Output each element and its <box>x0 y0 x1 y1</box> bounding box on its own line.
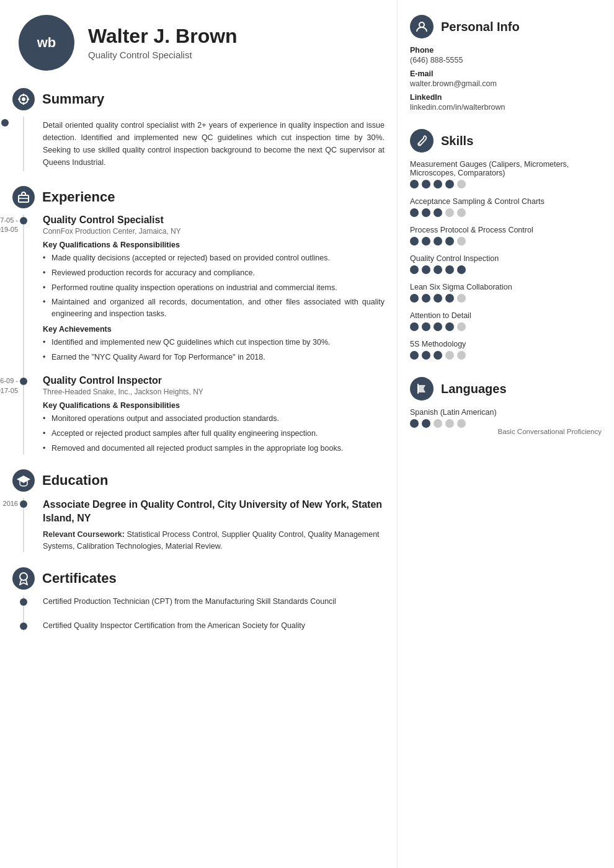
job-qualifications-2: Monitored operations output and associat… <box>43 413 385 454</box>
dot-filled <box>410 265 419 274</box>
education-section: Education 2016 Associate Degree in Quali… <box>12 469 385 552</box>
svg-point-11 <box>419 144 420 145</box>
linkedin-value: linkedin.com/in/walterbrown <box>410 103 602 112</box>
languages-icon <box>410 377 434 401</box>
dot-filled <box>410 237 419 246</box>
skill-name: Measurement Gauges (Calipers, Micrometer… <box>410 160 602 177</box>
language-name: Spanish (Latin American) <box>410 408 602 417</box>
phone-value: (646) 888-5555 <box>410 56 602 64</box>
experience-section: Experience 2017-05 -2019-05 Quality Cont… <box>12 186 385 454</box>
skills-title: Skills <box>441 134 473 148</box>
avatar-initials: wb <box>37 35 56 51</box>
education-header: Education <box>12 469 385 492</box>
skill-dots <box>410 237 602 246</box>
dot-filled <box>422 180 430 188</box>
dot-filled <box>410 351 419 360</box>
dot-filled <box>434 265 442 274</box>
language-level: Basic Conversational Proficiency <box>410 428 602 435</box>
job-qual-label-1: Key Qualifications & Responsibilities <box>43 241 385 249</box>
skill-dots <box>410 208 602 217</box>
education-title: Education <box>42 472 108 489</box>
dot-filled <box>434 208 442 217</box>
qual-item: Monitored operations output and associat… <box>43 413 385 425</box>
summary-header: Summary <box>12 88 385 110</box>
summary-icon <box>12 88 35 110</box>
phone-label: Phone <box>410 46 602 55</box>
skill-dots <box>410 265 602 274</box>
personal-info-section: Personal Info Phone (646) 888-5555 E-mai… <box>410 15 602 112</box>
skill-name: Lean Six Sigma Collaboration <box>410 283 602 291</box>
job-achievements-1: Identified and implemented new QC guidel… <box>43 337 385 363</box>
dot-filled <box>422 208 430 217</box>
skill-item: Acceptance Sampling & Control Charts <box>410 197 602 217</box>
cert-item-2: Certified Quality Inspector Certificatio… <box>43 620 385 632</box>
dot-filled <box>422 294 430 303</box>
dot-filled <box>410 208 419 217</box>
dot-filled <box>422 322 430 331</box>
skills-list: Measurement Gauges (Calipers, Micrometer… <box>410 160 602 360</box>
achiev-item: Earned the "NYC Quality Award for Top Pe… <box>43 352 385 363</box>
skills-header: Skills <box>410 129 602 153</box>
qual-item: Removed and documented all rejected prod… <box>43 443 385 454</box>
education-icon <box>12 469 35 492</box>
svg-point-10 <box>419 22 424 27</box>
cert-text-2: Certified Quality Inspector Certificatio… <box>43 620 385 632</box>
candidate-name: Walter J. Brown <box>88 25 238 47</box>
experience-header: Experience <box>12 186 385 208</box>
skill-item: Quality Control Inspection <box>410 254 602 274</box>
languages-list: Spanish (Latin American)Basic Conversati… <box>410 408 602 435</box>
skill-name: Acceptance Sampling & Control Charts <box>410 197 602 206</box>
language-item: Spanish (Latin American)Basic Conversati… <box>410 408 602 435</box>
qual-item: Performed routine quality inspection ope… <box>43 282 385 294</box>
dot-filled <box>457 265 466 274</box>
dot-empty <box>457 322 466 331</box>
skills-section: Skills Measurement Gauges (Calipers, Mic… <box>410 129 602 360</box>
svg-point-9 <box>20 573 27 580</box>
personal-info-title: Personal Info <box>441 20 520 34</box>
dot-filled <box>445 180 454 188</box>
languages-header: Languages <box>410 377 602 401</box>
dot-filled <box>422 419 430 428</box>
skill-dots <box>410 322 602 331</box>
job-title-1: Quality Control Specialist <box>43 215 385 226</box>
edu-coursework-1: Relevant Coursework: Statistical Process… <box>43 529 385 552</box>
summary-text: Detail oriented quality control speciali… <box>23 117 385 171</box>
job-title-2: Quality Control Inspector <box>43 375 385 386</box>
certificates-timeline: Certified Production Technician (CPT) fr… <box>23 596 385 632</box>
linkedin-label: LinkedIn <box>410 93 602 102</box>
job-date-2: 2016-09 -2017-05 <box>0 376 18 396</box>
languages-title: Languages <box>441 382 507 396</box>
personal-info-icon <box>410 15 434 38</box>
job-item-2: 2016-09 -2017-05 Quality Control Inspect… <box>43 375 385 454</box>
dot-filled <box>410 180 419 188</box>
job-item-1: 2017-05 -2019-05 Quality Control Special… <box>43 215 385 363</box>
dot-filled <box>410 419 419 428</box>
summary-section: Summary Detail oriented quality control … <box>12 88 385 171</box>
skill-dots <box>410 351 602 360</box>
edu-degree-1: Associate Degree in Quality Control, Cit… <box>43 498 385 526</box>
dot-empty <box>445 208 454 217</box>
skill-item: Attention to Detail <box>410 311 602 331</box>
qual-item: Maintained and organized all records, do… <box>43 296 385 320</box>
skill-dots <box>410 180 602 188</box>
dot-filled <box>445 265 454 274</box>
dot-filled <box>445 294 454 303</box>
dot-empty <box>457 419 466 428</box>
job-qualifications-1: Made quality decisions (accepted or reje… <box>43 252 385 320</box>
job-achiev-label-1: Key Achievements <box>43 325 385 334</box>
dot-filled <box>422 351 430 360</box>
qual-item: Reviewed production records for accuracy… <box>43 267 385 279</box>
skill-item: Measurement Gauges (Calipers, Micrometer… <box>410 160 602 188</box>
qual-item: Made quality decisions (accepted or reje… <box>43 252 385 264</box>
dot-filled <box>422 265 430 274</box>
dot-filled <box>445 237 454 246</box>
language-dots <box>410 419 602 428</box>
qual-item: Accepted or rejected product samples aft… <box>43 428 385 440</box>
skill-item: Process Protocol & Process Control <box>410 226 602 246</box>
skill-name: Quality Control Inspection <box>410 254 602 263</box>
dot-filled <box>434 180 442 188</box>
edu-item-1: 2016 Associate Degree in Quality Control… <box>43 498 385 552</box>
certificates-section: Certificates Certified Production Techni… <box>12 567 385 632</box>
skill-name: Attention to Detail <box>410 311 602 320</box>
svg-point-1 <box>22 97 25 101</box>
